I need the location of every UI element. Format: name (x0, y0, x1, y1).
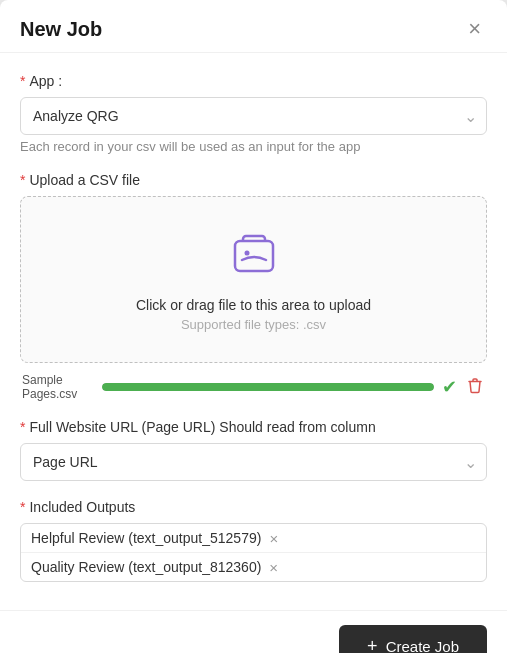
file-progress-row: SamplePages.csv ✔ (20, 373, 487, 401)
new-job-modal: New Job × * App : Analyze QRG ⌄ Each rec… (0, 0, 507, 653)
upload-sub-text: Supported file types: .csv (181, 317, 326, 332)
upload-main-text: Click or drag file to this area to uploa… (136, 297, 371, 313)
tag-row-0: Helpful Review (text_output_512579) × (31, 530, 476, 546)
outputs-tag-box: Helpful Review (text_output_512579) × Qu… (20, 523, 487, 582)
csv-field-section: * Upload a CSV file Click or drag file t… (20, 172, 487, 401)
outputs-field-section: * Included Outputs Helpful Review (text_… (20, 499, 487, 582)
app-field-label: * App : (20, 73, 487, 89)
tag-row-1: Quality Review (text_output_812360) × (31, 559, 476, 575)
app-hint-text: Each record in your csv will be used as … (20, 139, 487, 154)
file-name: SamplePages.csv (22, 373, 94, 401)
progress-check-icon: ✔ (442, 378, 457, 396)
modal-footer: + Create Job (0, 610, 507, 653)
create-job-button[interactable]: + Create Job (339, 625, 487, 653)
outputs-required-star: * (20, 499, 25, 515)
app-select-wrapper: Analyze QRG ⌄ (20, 97, 487, 135)
column-field-label: * Full Website URL (Page URL) Should rea… (20, 419, 487, 435)
modal-header: New Job × (0, 0, 507, 53)
outputs-field-label: * Included Outputs (20, 499, 487, 515)
close-button[interactable]: × (462, 16, 487, 42)
svg-point-1 (244, 251, 249, 256)
column-select-wrapper: Page URL ⌄ (20, 443, 487, 481)
column-field-section: * Full Website URL (Page URL) Should rea… (20, 419, 487, 481)
modal-body: * App : Analyze QRG ⌄ Each record in you… (0, 53, 507, 610)
tag-label-1: Quality Review (text_output_812360) (31, 559, 261, 575)
column-required-star: * (20, 419, 25, 435)
plus-icon: + (367, 637, 378, 653)
tag-remove-1[interactable]: × (267, 560, 280, 575)
upload-icon (227, 227, 281, 285)
tag-label-0: Helpful Review (text_output_512579) (31, 530, 261, 546)
tag-divider (21, 552, 486, 553)
csv-required-star: * (20, 172, 25, 188)
app-select[interactable]: Analyze QRG (20, 97, 487, 135)
app-required-star: * (20, 73, 25, 89)
modal-title: New Job (20, 18, 102, 41)
column-select[interactable]: Page URL (20, 443, 487, 481)
progress-bar-wrap (102, 383, 434, 391)
progress-bar-fill (102, 383, 434, 391)
file-delete-button[interactable] (465, 377, 485, 398)
create-job-label: Create Job (386, 638, 459, 654)
csv-upload-area[interactable]: Click or drag file to this area to uploa… (20, 196, 487, 363)
tag-remove-0[interactable]: × (267, 531, 280, 546)
app-field-section: * App : Analyze QRG ⌄ Each record in you… (20, 73, 487, 154)
csv-field-label: * Upload a CSV file (20, 172, 487, 188)
